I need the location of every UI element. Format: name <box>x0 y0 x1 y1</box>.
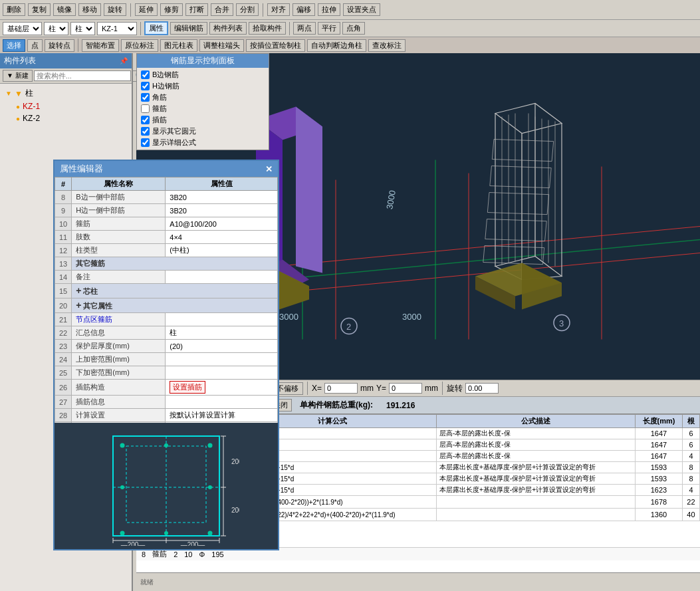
insert-rebar-label: 插筋 <box>152 115 167 125</box>
x-input[interactable] <box>324 383 358 394</box>
smart-place-btn[interactable]: 智能布置 <box>82 39 119 52</box>
cb-stirrup-rebar[interactable] <box>141 104 150 113</box>
rotate-btn[interactable]: 旋转 <box>104 3 126 16</box>
svg-text:—200—: —200— <box>121 541 146 546</box>
corner-rebar-label: 角筋 <box>152 92 167 102</box>
row-28-val[interactable]: 按默认计算设置计算 <box>166 409 278 422</box>
point-angle-btn[interactable]: 点角 <box>342 22 365 35</box>
move-btn[interactable]: 移动 <box>78 3 101 16</box>
rebar-check-stirrup: 箍筋 <box>137 103 269 114</box>
prop-btn[interactable]: 属性 <box>144 21 168 35</box>
svg-marker-37 <box>296 107 322 273</box>
select-btn[interactable]: 选择 <box>3 39 25 52</box>
new-member-btn[interactable]: ▼ 新建 <box>3 70 33 82</box>
svg-text:200: 200 <box>231 507 239 514</box>
row-23-val[interactable]: (20) <box>166 340 278 353</box>
left-panel-pin[interactable]: 📌 <box>120 57 128 64</box>
settings-btn[interactable]: 设置夹点 <box>343 3 380 16</box>
y-unit: mm <box>425 384 438 393</box>
row-24-val[interactable] <box>166 353 278 366</box>
r5-desc: 本层露出长度+基础厚度-保护层+计算设置设定的弯折 <box>437 473 636 485</box>
layer-select[interactable]: 基础层 <box>3 22 42 35</box>
offset-btn[interactable]: 偏移 <box>292 3 315 16</box>
search-input[interactable] <box>34 70 131 81</box>
row-20-num: 20 <box>55 298 72 313</box>
row-25-val[interactable] <box>166 366 278 380</box>
tree-item-kz2[interactable]: ● KZ-2 <box>13 112 129 124</box>
align-btn[interactable]: 对齐 <box>267 3 290 16</box>
delete-btn[interactable]: 删除 <box>3 3 25 16</box>
rotate-input[interactable] <box>465 383 499 394</box>
adjust-col-head-btn[interactable]: 调整柱端头 <box>199 39 244 52</box>
row-21-label[interactable]: 节点区箍筋 <box>72 313 166 326</box>
row-15-plus[interactable]: + <box>76 285 81 296</box>
row-25-num: 25 <box>55 366 72 380</box>
prop-row-8: 8 B边一侧中部筋 3B20 <box>55 191 278 204</box>
row-23-num: 23 <box>55 340 72 353</box>
cb-corner-rebar[interactable] <box>141 93 150 102</box>
y-input[interactable] <box>389 383 422 394</box>
cb-detail-rebar[interactable] <box>141 138 150 147</box>
cb-insert-rebar[interactable] <box>141 116 150 124</box>
copy-btn[interactable]: 复制 <box>28 3 51 16</box>
row-9-val[interactable]: 3B20 <box>166 204 278 217</box>
place-by-pos-btn[interactable]: 按插位置绘制柱 <box>246 39 305 52</box>
merge-btn[interactable]: 合并 <box>211 3 233 16</box>
tree-folder-icon: ▼ <box>5 90 12 97</box>
r5-length: 1593 <box>636 473 683 485</box>
insert-btn[interactable]: 设置插筋 <box>170 381 205 394</box>
row-10-val[interactable]: A10@100/200 <box>166 217 278 231</box>
r7-count: 22 <box>682 496 699 509</box>
detail-count: 2 <box>174 550 177 558</box>
tree-item-kz1[interactable]: ● KZ-1 <box>13 100 129 112</box>
pick-member-btn[interactable]: 拾取构件 <box>249 22 286 35</box>
row-27-val[interactable] <box>166 396 278 409</box>
row-14-val[interactable] <box>166 271 278 284</box>
split-btn[interactable]: 分割 <box>236 3 259 16</box>
cb-b-rebar[interactable] <box>141 70 150 79</box>
prop-editor-close[interactable]: ✕ <box>265 164 273 174</box>
row-10-label: 箍筋 <box>72 217 166 231</box>
extend-btn[interactable]: 延伸 <box>135 3 158 16</box>
tree-root-col[interactable]: ▼ ▼ 柱 <box>3 86 129 100</box>
edit-rebar-btn[interactable]: 编辑钢筋 <box>170 22 207 35</box>
cb-h-rebar[interactable] <box>141 82 150 90</box>
detail-rebar-label: 显示详细公式 <box>152 138 196 148</box>
row-8-val[interactable]: 3B20 <box>166 191 278 204</box>
parallel-btn[interactable]: 平行 <box>318 22 340 35</box>
row-9-num: 9 <box>55 204 72 217</box>
figure-col-btn[interactable]: 图元柱表 <box>160 39 197 52</box>
elem-id-select[interactable]: KZ-1 <box>97 22 137 35</box>
auto-corner-btn[interactable]: 自动判断边角柱 <box>307 39 366 52</box>
cb-other-rebar[interactable] <box>141 127 150 136</box>
row-20-section: + 其它属性 <box>72 298 278 313</box>
detail-type: 箍筋 <box>152 549 167 559</box>
sep2 <box>263 3 263 17</box>
elem-type-select[interactable]: 柱 <box>44 22 68 35</box>
left-panel-title-text: 构件列表 <box>4 55 36 66</box>
x-unit: mm <box>360 384 374 393</box>
break-btn[interactable]: 打断 <box>185 3 208 16</box>
tree-root-label: 柱 <box>25 88 33 99</box>
th-name: 属性名称 <box>72 177 166 191</box>
row-11-val[interactable]: 4×4 <box>166 231 278 244</box>
row-21-val[interactable] <box>166 313 278 326</box>
dim-3000-bottom1: 3000 <box>279 312 298 322</box>
rotate-point-btn[interactable]: 旋转点 <box>45 39 74 52</box>
row-12-val[interactable]: (中柱) <box>166 244 278 257</box>
trim-btn[interactable]: 修剪 <box>160 3 183 16</box>
point-btn[interactable]: 点 <box>27 39 43 52</box>
check-mark-btn[interactable]: 查改标注 <box>368 39 406 52</box>
two-points-btn[interactable]: 两点 <box>293 22 316 35</box>
elem-sub-select[interactable]: 柱 <box>70 22 95 35</box>
row-20-plus[interactable]: + <box>76 300 81 310</box>
row-22-val[interactable]: 柱 <box>166 326 278 340</box>
svg-marker-64 <box>522 263 562 310</box>
prop-row-12: 12 柱类型 (中柱) <box>55 244 278 257</box>
mirror-btn[interactable]: 镜像 <box>53 3 76 16</box>
member-list-btn[interactable]: 构件列表 <box>209 22 247 35</box>
stretch-btn[interactable]: 拉伸 <box>318 3 340 16</box>
r6-length: 1623 <box>636 485 683 496</box>
svg-rect-60 <box>485 219 546 241</box>
origin-mark-btn[interactable]: 原位标注 <box>121 39 158 52</box>
